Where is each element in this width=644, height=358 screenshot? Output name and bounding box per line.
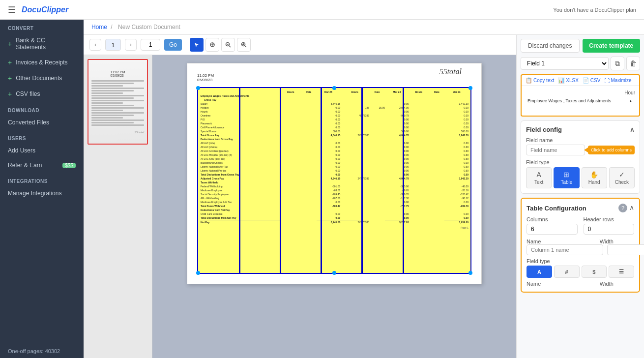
copy-text-button[interactable]: 📋 Copy text [526,77,554,84]
page-input[interactable] [141,39,160,51]
sidebar-item-converted-files[interactable]: Converted Files [0,115,84,130]
go-button[interactable]: Go [164,39,182,51]
handle-bm[interactable] [332,271,336,275]
copy-text-label: Copy text [533,78,554,83]
sidebar-item-label: Bank & CC Statements [16,37,76,51]
copy-field-button[interactable]: ⧉ [611,57,624,70]
col-2-name-header: Name [527,281,596,287]
col-type-dollar-button[interactable]: $ [582,266,607,278]
type-text-button[interactable]: A Text [526,167,552,188]
col-type-hash-button[interactable]: # [554,266,580,278]
handle-tm[interactable] [332,86,336,90]
col-width-header: Width [600,239,634,244]
sidebar-item-refer-earn[interactable]: Refer & Earn $$$ [0,158,84,173]
sidebar-item-bank-cc[interactable]: + Bank & CC Statements [0,33,84,55]
handle-tl[interactable] [196,86,200,90]
right-panel: Discard changes Create template Field 1 … [516,35,644,358]
plus-icon: + [8,74,12,82]
col-1-name-input[interactable] [527,244,603,255]
table-selection-area[interactable]: Hours Rate Mar 23 Hours Rate Mar 23 Hour… [197,87,471,274]
main-doc-view[interactable]: 11:02 PM05/09/23 55total [152,55,516,358]
thumb-content: 11:02 PM05/09/23 [88,60,147,144]
handle-br[interactable] [468,271,472,275]
xlsx-label: XLSX [566,78,579,83]
sidebar-item-label: CSV files [16,90,40,97]
field-dropdown[interactable]: Field 1 [521,57,609,70]
thumb-line [91,83,134,84]
field-name-label: Field name [526,137,635,143]
handle-bl[interactable] [196,271,200,275]
create-template-button[interactable]: Create template [583,39,641,53]
thumb-line [91,102,123,104]
columns-input[interactable] [527,224,578,235]
table-config-help-button[interactable]: ? [618,204,627,212]
plus-icon: + [8,90,12,98]
next-page-button[interactable]: › [125,39,137,51]
pan-tool-button[interactable] [205,38,219,52]
col-type-a-button[interactable]: A [527,266,552,278]
table-type-icon: ⊞ [563,171,569,179]
field-name-input[interactable] [526,145,585,155]
sidebar-item-invoices[interactable]: + Invoices & Receipts [0,55,84,70]
maximize-label: Maximize [611,78,631,83]
integrations-label: INTEGRATIONS [0,173,84,186]
field-selector: Field 1 ⧉ 🗑 [521,57,640,70]
table-config-title: Table Configuration [527,205,586,212]
thumb-line [91,117,123,119]
preview-box: 📋 Copy text 📊 XLSX 📄 CSV ⛶ [521,74,640,117]
maximize-button[interactable]: ⛶ Maximize [604,78,631,84]
select-tool-button[interactable] [190,38,204,52]
col-type-menu-button[interactable]: ☰ [609,266,634,278]
col-2-name-width-header: Name Width [527,281,634,287]
discard-changes-button[interactable]: Discard changes [521,39,580,53]
thumb-lines [91,79,144,127]
config-row: Columns Header rows [527,216,634,235]
pan-icon [209,42,215,48]
thumbnail-page-1[interactable]: 11:02 PM05/09/23 [88,59,148,145]
sidebar-item-other-docs[interactable]: + Other Documents [0,70,84,86]
sidebar-item-label: Other Documents [16,75,62,82]
preview-toolbar: 📋 Copy text 📊 XLSX 📄 CSV ⛶ [522,75,639,86]
col-2-width-header: Width [600,281,634,287]
xlsx-button[interactable]: 📊 XLSX [558,77,579,84]
content-area: Home / New Custom Document ‹ 1 › Go [84,20,644,358]
handle-tr[interactable] [468,86,472,90]
sidebar-item-label: Add Users [8,147,35,154]
doc-viewer-split: 11:02 PM05/09/23 [84,55,516,358]
col-marker-1 [239,88,240,273]
maximize-icon: ⛶ [604,78,610,84]
svg-line-5 [229,46,231,47]
thumb-line [91,85,123,87]
header-rows-label: Header rows [584,216,635,222]
type-hand-button[interactable]: ✋ Hand [582,167,607,188]
zoom-in-button[interactable] [237,38,251,52]
header-rows-input[interactable] [584,224,635,235]
zoom-out-button[interactable] [221,38,235,52]
table-config-collapse-button[interactable]: ∧ [629,204,634,212]
type-table-button[interactable]: ⊞ Table [554,167,579,188]
text-type-icon: A [536,171,541,179]
topbar-notice: You don't have a DocuClipper plan [553,7,636,13]
col-1-config [527,244,634,255]
csv-button[interactable]: 📄 CSV [583,77,601,84]
table-config-card: Table Configuration ? ∧ Columns Header r… [521,198,640,293]
type-check-button[interactable]: ✓ Check [609,167,635,188]
delete-field-button[interactable]: 🗑 [626,57,640,70]
copy-icon: 📋 [526,77,532,84]
hamburger-icon[interactable]: ☰ [8,4,16,15]
col-name-header: Name [527,239,596,244]
breadcrumb-separator: / [111,24,112,30]
hand-type-icon: ✋ [590,171,598,179]
breadcrumb-home[interactable]: Home [91,24,107,30]
preview-arrow-icon: ▸ [628,97,635,104]
col-name-width-header: Name Width [527,239,634,244]
plus-icon: + [8,40,12,48]
sidebar-item-csv-files[interactable]: + CSV files [0,86,84,102]
breadcrumb: Home / New Custom Document [84,20,644,35]
sidebar-item-add-users[interactable]: Add Users [0,143,84,158]
sidebar-item-manage-integrations[interactable]: Manage Integrations [0,186,84,201]
col-1-width-input[interactable] [607,244,644,255]
field-config-chevron-up[interactable]: ∧ [630,126,635,133]
preview-row-label: Employee Wages , Taxes and Adjustments [526,97,628,104]
prev-page-button[interactable]: ‹ [89,39,101,51]
